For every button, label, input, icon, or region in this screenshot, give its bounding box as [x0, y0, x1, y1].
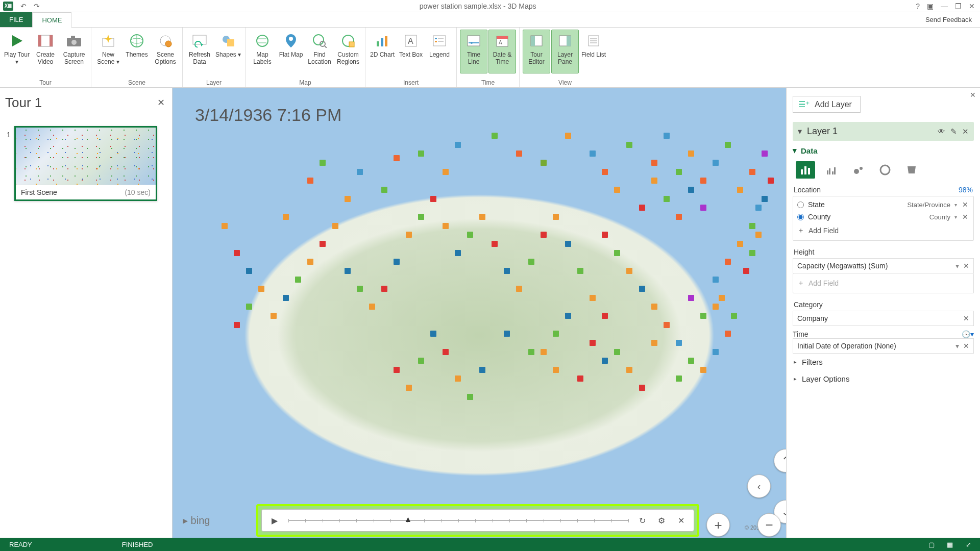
map-marker[interactable]	[394, 367, 400, 373]
create-video-button[interactable]: Create Video	[32, 30, 59, 73]
map-marker[interactable]	[700, 367, 706, 373]
map-marker[interactable]	[602, 232, 608, 238]
map-marker[interactable]	[713, 304, 719, 310]
map-marker[interactable]	[504, 268, 510, 274]
map-marker[interactable]	[234, 322, 240, 328]
map-marker[interactable]	[381, 286, 387, 292]
map-marker[interactable]	[345, 268, 351, 274]
status-view3-button[interactable]: ⤢	[961, 538, 976, 551]
map-marker[interactable]	[725, 331, 731, 337]
zoom-in-button[interactable]: +	[706, 513, 730, 537]
close-window-button[interactable]: ✕	[969, 2, 975, 10]
chart-type-clustered-column[interactable]	[822, 161, 842, 179]
map-marker[interactable]	[553, 367, 559, 373]
timeline-cursor[interactable]: ▲	[404, 515, 411, 525]
chart-type-stacked-column[interactable]	[796, 161, 815, 179]
play-tour-button[interactable]: Play Tour ▾	[3, 30, 31, 73]
time-dropdown[interactable]: ▾	[955, 342, 959, 350]
map-marker[interactable]	[492, 241, 498, 247]
map-marker[interactable]	[762, 196, 768, 202]
location-mapping-dropdown[interactable]: ▾	[954, 214, 957, 220]
map-marker[interactable]	[246, 304, 252, 310]
map-marker[interactable]	[504, 331, 510, 337]
map-marker[interactable]	[516, 286, 522, 292]
scene-options-button[interactable]: Scene Options	[152, 30, 179, 73]
map-marker[interactable]	[737, 241, 743, 247]
new-scene-button[interactable]: New Scene ▾	[94, 30, 122, 73]
location-remove-county[interactable]: ✕	[961, 213, 969, 221]
map-marker[interactable]	[381, 187, 387, 193]
map-marker[interactable]	[626, 367, 632, 373]
map-canvas[interactable]: 3/14/1936 7:16 PM ▸ bing © 2016 HERE ⌃ ‹…	[173, 88, 786, 538]
map-marker[interactable]	[283, 214, 289, 220]
map-marker[interactable]	[345, 196, 351, 202]
map-marker[interactable]	[369, 304, 375, 310]
layer-pane-close-button[interactable]: ✕	[970, 91, 976, 99]
map-marker[interactable]	[725, 259, 731, 265]
flat-map-button[interactable]: Flat Map	[277, 30, 305, 73]
map-marker[interactable]	[749, 250, 755, 256]
scene-card[interactable]: 1 First Scene (10 sec)	[14, 126, 157, 201]
map-marker[interactable]	[565, 241, 571, 247]
map-marker[interactable]	[430, 196, 436, 202]
map-marker[interactable]	[602, 313, 608, 319]
map-marker[interactable]	[749, 223, 755, 229]
map-marker[interactable]	[731, 313, 737, 319]
map-marker[interactable]	[467, 394, 473, 400]
map-marker[interactable]	[626, 142, 632, 148]
map-marker[interactable]	[295, 277, 301, 283]
map-marker[interactable]	[234, 250, 240, 256]
send-feedback-link[interactable]: Send Feedback	[917, 12, 980, 27]
map-marker[interactable]	[602, 358, 608, 364]
map-marker[interactable]	[755, 205, 762, 211]
custom-regions-button[interactable]: Custom Regions	[334, 30, 362, 73]
map-marker[interactable]	[700, 178, 706, 184]
map-marker[interactable]	[713, 277, 719, 283]
map-marker[interactable]	[357, 286, 363, 292]
find-location-button[interactable]: Find Location	[306, 30, 333, 73]
layer-header[interactable]: ▾ Layer 1 👁 ✎ ✕	[793, 122, 974, 141]
location-confidence[interactable]: 98%	[959, 186, 973, 194]
map-marker[interactable]	[467, 232, 473, 238]
timeline-close-button[interactable]: ✕	[675, 515, 687, 526]
map-marker[interactable]	[528, 349, 534, 355]
section-data-header[interactable]: ▾Data	[793, 146, 974, 155]
map-marker[interactable]	[492, 133, 498, 139]
map-marker[interactable]	[664, 133, 670, 139]
time-settings-button[interactable]: 🕓▾	[962, 330, 974, 338]
height-dropdown[interactable]: ▾	[955, 262, 959, 270]
map-marker[interactable]	[553, 214, 559, 220]
map-marker[interactable]	[430, 331, 436, 337]
map-marker[interactable]	[443, 169, 449, 175]
location-mapping-dropdown[interactable]: ▾	[954, 202, 957, 208]
map-marker[interactable]	[418, 214, 424, 220]
map-marker[interactable]	[528, 259, 534, 265]
map-marker[interactable]	[676, 375, 682, 382]
chart-2d-button[interactable]: 2D Chart	[369, 30, 396, 73]
shapes-button[interactable]: Shapes ▾	[214, 30, 242, 73]
map-marker[interactable]	[713, 349, 719, 355]
display-options-button[interactable]: ▣	[927, 2, 934, 10]
map-marker[interactable]	[651, 178, 657, 184]
minimize-button[interactable]: —	[941, 2, 948, 10]
map-marker[interactable]	[590, 295, 596, 301]
section-filters[interactable]: ▸Filters	[793, 354, 974, 370]
map-marker[interactable]	[590, 151, 596, 157]
field-list-button[interactable]: Field List	[580, 30, 607, 73]
map-marker[interactable]	[676, 340, 682, 346]
map-marker[interactable]	[688, 187, 694, 193]
map-marker[interactable]	[553, 331, 559, 337]
map-marker[interactable]	[725, 142, 731, 148]
map-marker[interactable]	[394, 155, 400, 161]
map-marker[interactable]	[455, 250, 461, 256]
timeline-play-button[interactable]: ▶	[269, 515, 280, 526]
legend-button[interactable]: Legend	[426, 30, 453, 73]
map-marker[interactable]	[455, 375, 461, 382]
help-button[interactable]: ?	[916, 2, 920, 10]
map-marker[interactable]	[541, 232, 547, 238]
map-marker[interactable]	[626, 268, 632, 274]
map-marker[interactable]	[713, 160, 719, 166]
map-marker[interactable]	[639, 205, 645, 211]
location-radio-state[interactable]	[797, 202, 804, 208]
map-marker[interactable]	[577, 375, 583, 382]
